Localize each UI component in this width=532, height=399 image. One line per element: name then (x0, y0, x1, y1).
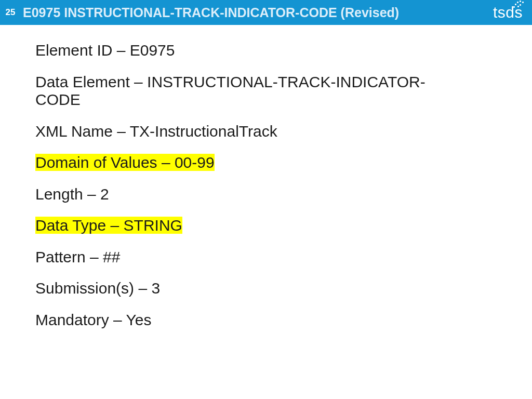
field-pattern: Pattern – ## (35, 248, 532, 267)
field-mandatory: Mandatory – Yes (35, 311, 532, 329)
field-data-element: Data Element – INSTRUCTIONAL-TRACK-INDIC… (35, 73, 451, 109)
slide-number: 25 (0, 7, 21, 18)
slide-header: 25 E0975 INSTRUCTIONAL-TRACK-INDICATOR-C… (0, 0, 532, 25)
slide-content: Element ID – E0975 Data Element – INSTRU… (0, 25, 532, 329)
field-domain-values: Domain of Values – 00-99 (35, 154, 532, 172)
field-length: Length – 2 (35, 185, 532, 204)
field-element-id: Element ID – E0975 (35, 42, 532, 60)
field-data-type: Data Type – STRING (35, 217, 532, 235)
field-submissions: Submission(s) – 3 (35, 280, 532, 298)
field-xml-name: XML Name – TX-InstructionalTrack (35, 123, 532, 141)
logo-dots-icon (512, 0, 525, 10)
tsds-logo: tsds (493, 4, 532, 21)
slide-title: E0975 INSTRUCTIONAL-TRACK-INDICATOR-CODE… (21, 5, 493, 20)
